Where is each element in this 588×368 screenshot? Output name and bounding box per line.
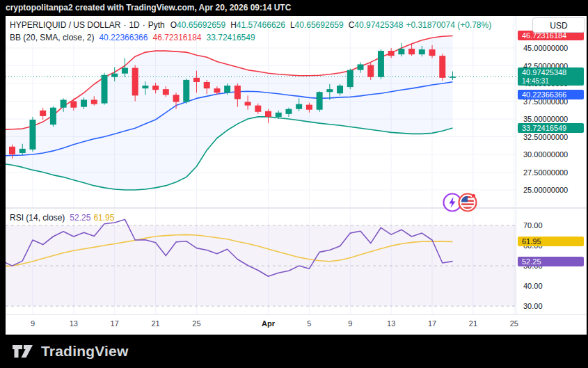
rsi-axis-label: 30.00: [523, 301, 586, 311]
price-axis-label: 30.00000000: [523, 150, 586, 159]
bb-value: 46.72316184: [152, 33, 201, 42]
chart-panel: 45.0000000042.5000000040.0000000037.5000…: [6, 16, 587, 335]
ohlc-item: H41.57466626: [230, 20, 285, 30]
rsi-legend[interactable]: RSI (14, close) 52.25 61.95: [10, 213, 114, 223]
bottom-bar: TradingView: [0, 335, 588, 368]
rsi-badge: 61.95: [518, 237, 584, 246]
attribution-text: cryptopolitanpa2 created with TradingVie…: [6, 3, 291, 13]
candle-body: [450, 77, 456, 78]
candle-body: [358, 64, 364, 70]
time-axis-separator: [6, 314, 587, 315]
candle-body: [19, 149, 26, 153]
time-axis-label[interactable]: 5: [294, 319, 324, 328]
rsi-pane[interactable]: [6, 209, 516, 314]
rsi-ma-value: 61.95: [93, 213, 114, 223]
candle-body: [132, 68, 138, 96]
pane-separator[interactable]: [6, 207, 587, 209]
candle-body: [388, 51, 395, 56]
candle-body: [398, 49, 404, 54]
bb-title: BB (20, SMA, close, 2): [10, 33, 94, 42]
candle-body: [439, 56, 445, 78]
rsi-title: RSI (14, close): [10, 213, 65, 223]
candle-body: [276, 113, 282, 117]
us-flag-icon: [459, 194, 477, 211]
candle-body: [204, 82, 210, 88]
price-badge: 40.9742534814:45:31: [518, 67, 584, 86]
price-axis-label: 45.00000000: [523, 43, 586, 53]
candle-body: [173, 95, 180, 102]
candle-body: [224, 86, 230, 93]
rsi-value: 52.25: [70, 213, 90, 223]
ohlc-item: O40.65692659: [170, 20, 225, 30]
candle-body: [91, 99, 97, 104]
separator-dot: ·: [123, 20, 126, 30]
candle-body: [285, 109, 292, 114]
candle-body: [81, 99, 87, 106]
rsi-axis-label: 40.00: [523, 281, 586, 291]
ohlc-item: C40.97425348: [349, 20, 404, 30]
candle-body: [29, 120, 35, 150]
candle-body: [163, 89, 169, 95]
time-axis-label[interactable]: Apr: [253, 319, 284, 328]
candle-body: [317, 92, 323, 110]
interval-label: 1D: [129, 20, 139, 30]
time-axis-label[interactable]: 9: [17, 319, 48, 328]
candle-body: [152, 86, 159, 90]
bb-legend[interactable]: BB (20, SMA, close, 2) 40.2236636646.723…: [10, 33, 255, 42]
bb-value: 33.72416549: [207, 33, 255, 42]
bollinger-fill: [6, 36, 453, 191]
candle-body: [214, 88, 220, 93]
rsi-band: [6, 225, 516, 306]
time-axis-label[interactable]: 21: [458, 319, 488, 328]
candle-body: [337, 86, 343, 93]
candle-body: [429, 49, 436, 56]
candle-body: [235, 86, 241, 99]
price-axis-separator: [516, 16, 516, 314]
candle-body: [40, 111, 46, 116]
time-axis-label[interactable]: 25: [499, 319, 530, 328]
candle-body: [111, 74, 118, 77]
feed-label: Pyth: [148, 20, 165, 30]
time-axis-label[interactable]: 21: [141, 319, 171, 328]
candle-body: [183, 80, 189, 102]
main-chart-pane[interactable]: [6, 16, 516, 207]
tradingview-logo-text[interactable]: TradingView: [41, 343, 129, 360]
rsi-badge: 52.25: [518, 257, 584, 266]
price-axis-label: 25.00000000: [523, 185, 586, 195]
candle-body: [9, 147, 15, 154]
ohlc-item: L40.65692659: [290, 20, 344, 30]
candle-body: [255, 106, 261, 112]
time-axis-label[interactable]: 13: [58, 319, 89, 328]
rsi-axis-label: 70.00: [523, 221, 586, 230]
price-badge: 40.22366366: [518, 90, 584, 99]
candle-body: [193, 78, 200, 82]
candle-body: [347, 70, 353, 87]
screenshot-root: cryptopolitanpa2 created with TradingVie…: [0, 0, 588, 368]
candle-body: [50, 108, 56, 125]
candle-body: [326, 89, 333, 92]
candle-body: [367, 65, 374, 77]
bb-values: 40.2236636646.7231618433.72416549: [99, 33, 255, 42]
candle-body: [408, 49, 415, 54]
candle-body: [265, 111, 271, 117]
price-axis-label: 35.00000000: [523, 114, 586, 124]
price-axis-label: 27.50000000: [523, 168, 586, 177]
candle-body: [61, 99, 67, 107]
candle-body: [245, 102, 251, 106]
tradingview-logo-icon[interactable]: [11, 342, 35, 360]
symbol-logos: [442, 191, 485, 214]
ohlc-values: O40.65692659H41.57466626L40.65692659C40.…: [170, 20, 404, 30]
time-axis-label[interactable]: 13: [376, 319, 406, 328]
time-axis-label[interactable]: 17: [417, 319, 447, 328]
candle-body: [102, 75, 108, 104]
time-axis-label[interactable]: 17: [100, 319, 130, 328]
time-axis-label[interactable]: 25: [181, 319, 212, 328]
attribution-bar: cryptopolitanpa2 created with TradingVie…: [0, 0, 588, 16]
candle-body: [419, 49, 425, 54]
time-axis-label[interactable]: 9: [335, 319, 365, 328]
symbol-title: HYPERLIQUID / US DOLLAR: [10, 20, 120, 30]
price-badge: 33.72416549: [518, 123, 584, 133]
symbol-legend[interactable]: HYPERLIQUID / US DOLLAR · 1D · Pyth O40.…: [10, 20, 491, 30]
candle-body: [142, 86, 148, 88]
currency-toggle-button[interactable]: USD: [532, 17, 585, 33]
